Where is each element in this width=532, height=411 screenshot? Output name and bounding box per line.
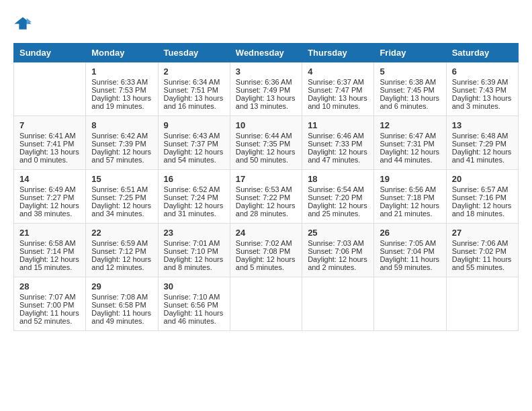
calendar-cell: 9Sunrise: 6:43 AMSunset: 7:37 PMDaylight… <box>158 116 230 170</box>
day-number: 13 <box>452 120 513 130</box>
calendar-cell: 24Sunrise: 7:02 AMSunset: 7:08 PMDayligh… <box>230 224 302 277</box>
calendar-cell: 11Sunrise: 6:46 AMSunset: 7:33 PMDayligh… <box>302 116 374 170</box>
day-number: 26 <box>380 228 440 238</box>
day-header-friday: Friday <box>374 44 446 62</box>
sunrise-text: Sunrise: 6:44 AM <box>236 132 296 140</box>
day-header-thursday: Thursday <box>302 44 374 62</box>
day-header-tuesday: Tuesday <box>158 44 230 62</box>
sunset-text: Sunset: 7:53 PM <box>91 86 152 94</box>
sunrise-text: Sunrise: 6:58 AM <box>19 239 80 247</box>
day-number: 6 <box>452 66 513 77</box>
daylight-text: Daylight: 12 hours and 15 minutes. <box>19 255 80 271</box>
calendar-cell: 15Sunrise: 6:51 AMSunset: 7:25 PMDayligh… <box>86 170 158 224</box>
week-row-3: 14Sunrise: 6:49 AMSunset: 7:27 PMDayligh… <box>14 170 519 224</box>
sunrise-text: Sunrise: 6:52 AM <box>164 185 224 193</box>
sunset-text: Sunset: 7:00 PM <box>19 301 80 309</box>
sunset-text: Sunset: 7:08 PM <box>236 247 296 255</box>
daylight-text: Daylight: 11 hours and 49 minutes. <box>91 309 152 325</box>
sunset-text: Sunset: 7:18 PM <box>380 193 440 201</box>
sunset-text: Sunset: 7:24 PM <box>164 193 224 201</box>
sunrise-text: Sunrise: 6:47 AM <box>380 132 440 140</box>
calendar-cell <box>230 277 302 331</box>
sunrise-text: Sunrise: 7:06 AM <box>452 239 513 247</box>
calendar-cell: 17Sunrise: 6:53 AMSunset: 7:22 PMDayligh… <box>230 170 302 224</box>
logo <box>13 13 35 32</box>
calendar-cell: 21Sunrise: 6:58 AMSunset: 7:14 PMDayligh… <box>14 224 86 277</box>
day-number: 27 <box>452 228 513 238</box>
daylight-text: Daylight: 12 hours and 21 minutes. <box>380 201 440 218</box>
sunrise-text: Sunrise: 6:41 AM <box>19 132 80 140</box>
calendar-cell: 16Sunrise: 6:52 AMSunset: 7:24 PMDayligh… <box>158 170 230 224</box>
day-header-sunday: Sunday <box>14 44 86 62</box>
day-number: 4 <box>308 66 368 77</box>
sunrise-text: Sunrise: 6:57 AM <box>452 185 513 193</box>
daylight-text: Daylight: 12 hours and 2 minutes. <box>308 255 368 271</box>
calendar-cell: 25Sunrise: 7:03 AMSunset: 7:06 PMDayligh… <box>302 224 374 277</box>
calendar-cell <box>374 277 446 331</box>
daylight-text: Daylight: 13 hours and 10 minutes. <box>308 94 368 110</box>
day-number: 15 <box>91 174 152 184</box>
daylight-text: Daylight: 12 hours and 8 minutes. <box>164 255 224 271</box>
sunset-text: Sunset: 7:49 PM <box>236 86 296 94</box>
daylight-text: Daylight: 13 hours and 6 minutes. <box>380 94 440 110</box>
day-number: 18 <box>308 174 368 184</box>
daylight-text: Daylight: 12 hours and 25 minutes. <box>308 201 368 218</box>
page-header <box>13 13 519 32</box>
daylight-text: Daylight: 13 hours and 13 minutes. <box>236 94 296 110</box>
sunrise-text: Sunrise: 6:48 AM <box>452 132 513 140</box>
calendar-cell: 13Sunrise: 6:48 AMSunset: 7:29 PMDayligh… <box>446 116 518 170</box>
calendar-cell: 20Sunrise: 6:57 AMSunset: 7:16 PMDayligh… <box>446 170 518 224</box>
week-row-4: 21Sunrise: 6:58 AMSunset: 7:14 PMDayligh… <box>14 224 519 277</box>
daylight-text: Daylight: 11 hours and 52 minutes. <box>19 309 80 325</box>
sunset-text: Sunset: 7:51 PM <box>164 86 224 94</box>
day-number: 12 <box>380 120 440 130</box>
sunrise-text: Sunrise: 7:03 AM <box>308 239 368 247</box>
daylight-text: Daylight: 12 hours and 18 minutes. <box>452 201 513 218</box>
sunset-text: Sunset: 6:56 PM <box>164 301 224 309</box>
calendar-cell: 3Sunrise: 6:36 AMSunset: 7:49 PMDaylight… <box>230 62 302 116</box>
day-number: 30 <box>164 281 224 291</box>
day-number: 17 <box>236 174 296 184</box>
day-number: 16 <box>164 174 224 184</box>
calendar-table: SundayMondayTuesdayWednesdayThursdayFrid… <box>13 43 519 331</box>
day-number: 2 <box>164 66 224 77</box>
calendar-cell: 8Sunrise: 6:42 AMSunset: 7:39 PMDaylight… <box>86 116 158 170</box>
sunrise-text: Sunrise: 6:42 AM <box>91 132 152 140</box>
sunset-text: Sunset: 6:58 PM <box>91 301 152 309</box>
daylight-text: Daylight: 12 hours and 41 minutes. <box>452 148 513 164</box>
week-row-5: 28Sunrise: 7:07 AMSunset: 7:00 PMDayligh… <box>14 277 519 331</box>
daylight-text: Daylight: 11 hours and 55 minutes. <box>452 255 513 271</box>
calendar-cell: 27Sunrise: 7:06 AMSunset: 7:02 PMDayligh… <box>446 224 518 277</box>
day-number: 23 <box>164 228 224 238</box>
daylight-text: Daylight: 12 hours and 31 minutes. <box>164 201 224 218</box>
sunset-text: Sunset: 7:29 PM <box>452 140 513 148</box>
daylight-text: Daylight: 12 hours and 50 minutes. <box>236 148 296 164</box>
calendar-cell: 30Sunrise: 7:10 AMSunset: 6:56 PMDayligh… <box>158 277 230 331</box>
sunrise-text: Sunrise: 6:56 AM <box>380 185 440 193</box>
day-number: 21 <box>19 228 80 238</box>
sunrise-text: Sunrise: 7:07 AM <box>19 293 80 301</box>
day-header-saturday: Saturday <box>446 44 518 62</box>
sunset-text: Sunset: 7:14 PM <box>19 247 80 255</box>
sunset-text: Sunset: 7:43 PM <box>452 86 513 94</box>
sunrise-text: Sunrise: 6:51 AM <box>91 185 152 193</box>
daylight-text: Daylight: 12 hours and 47 minutes. <box>308 148 368 164</box>
day-number: 14 <box>19 174 80 184</box>
day-number: 7 <box>19 120 80 130</box>
daylight-text: Daylight: 12 hours and 5 minutes. <box>236 255 296 271</box>
daylight-text: Daylight: 12 hours and 54 minutes. <box>164 148 224 164</box>
daylight-text: Daylight: 13 hours and 3 minutes. <box>452 94 513 110</box>
calendar-cell: 14Sunrise: 6:49 AMSunset: 7:27 PMDayligh… <box>14 170 86 224</box>
sunrise-text: Sunrise: 6:36 AM <box>236 78 296 86</box>
sunrise-text: Sunrise: 7:01 AM <box>164 239 224 247</box>
calendar-cell: 29Sunrise: 7:08 AMSunset: 6:58 PMDayligh… <box>86 277 158 331</box>
sunrise-text: Sunrise: 6:53 AM <box>236 185 296 193</box>
calendar-cell: 22Sunrise: 6:59 AMSunset: 7:12 PMDayligh… <box>86 224 158 277</box>
sunset-text: Sunset: 7:04 PM <box>380 247 440 255</box>
sunrise-text: Sunrise: 7:08 AM <box>91 293 152 301</box>
calendar-cell: 4Sunrise: 6:37 AMSunset: 7:47 PMDaylight… <box>302 62 374 116</box>
sunset-text: Sunset: 7:16 PM <box>452 193 513 201</box>
sunrise-text: Sunrise: 6:59 AM <box>91 239 152 247</box>
daylight-text: Daylight: 12 hours and 57 minutes. <box>91 148 152 164</box>
daylight-text: Daylight: 12 hours and 38 minutes. <box>19 201 80 218</box>
